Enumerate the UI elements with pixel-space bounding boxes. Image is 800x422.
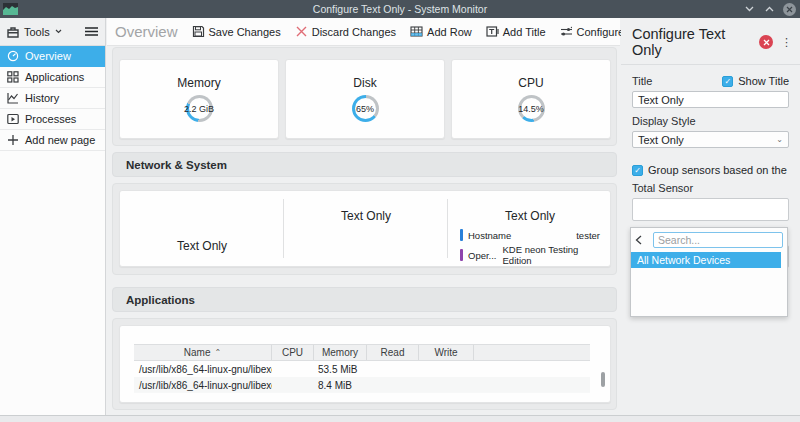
close-button[interactable]: [783, 3, 796, 16]
disk-card-title: Disk: [353, 76, 376, 90]
textonly-title: Text Only: [284, 209, 448, 223]
overflow-menu-icon[interactable]: ⋮: [781, 36, 792, 49]
total-sensor-input[interactable]: [632, 198, 789, 221]
memory-card-title: Memory: [177, 76, 220, 90]
titlebar: Configure Text Only - System Monitor: [0, 0, 800, 18]
plus-icon: [7, 134, 19, 146]
save-changes-button[interactable]: Save Changes: [192, 25, 281, 38]
column-header-cpu[interactable]: CPU: [272, 345, 314, 360]
toolbox-icon: [7, 26, 19, 38]
cpu-gauge: 14.5%: [518, 95, 545, 122]
panel-close-icon[interactable]: [759, 35, 773, 49]
page-title: Overview: [115, 23, 178, 40]
sidebar-item-label: Processes: [25, 113, 76, 125]
memory-gauge-value: 2.2 GiB: [184, 104, 214, 114]
memory-gauge: 2.2 GiB: [186, 95, 213, 122]
table-scrollbar[interactable]: [601, 372, 605, 387]
disk-card[interactable]: Disk 65%: [285, 59, 445, 139]
sort-ascending-icon: ⌃: [214, 348, 221, 357]
floppy-save-icon: [192, 25, 205, 38]
disk-gauge: 65%: [352, 95, 379, 122]
column-header-write[interactable]: Write: [419, 345, 474, 360]
applications-card[interactable]: Name ⌃ CPU Memory Read Write /usr/lib/x8…: [119, 325, 611, 403]
textonly-title: Text Only: [120, 239, 284, 253]
back-chevron-icon[interactable]: [635, 235, 653, 245]
display-style-select[interactable]: Text Only ⌄: [632, 131, 789, 148]
main-toolbar: Overview Save Changes Discard Changes Ad…: [107, 18, 620, 46]
column-header-read[interactable]: Read: [367, 345, 419, 360]
textonly-col1: Text Only: [120, 191, 284, 266]
speedometer-icon: [7, 50, 19, 62]
chevron-down-icon: ⌄: [776, 135, 783, 144]
section-header-applications[interactable]: Applications: [112, 287, 617, 312]
grid-icon: [7, 71, 19, 83]
red-x-icon: [295, 25, 308, 38]
group-sensors-label: Group sensors based on the value of the …: [648, 164, 789, 176]
config-panel: Configure Text Only ⋮ Title ✓ Show Title…: [621, 18, 800, 415]
column-header-memory[interactable]: Memory: [314, 345, 367, 360]
window-bottom-edge: [0, 415, 800, 422]
show-title-checkbox[interactable]: ✓: [722, 76, 733, 87]
list-item-all-network-devices[interactable]: All Network Devices: [631, 252, 781, 268]
table-row[interactable]: /usr/lib/x86_64-linux-gnu/libexec/... 53…: [134, 361, 590, 377]
sidebar: Tools Overview Applications History Proc…: [0, 18, 106, 415]
window-title: Configure Text Only - System Monitor: [0, 3, 800, 15]
tools-label: Tools: [24, 26, 50, 38]
minimize-button[interactable]: [743, 3, 756, 16]
sensor-row-hostname: Hostname tester: [460, 229, 600, 241]
sidebar-item-label: Applications: [25, 71, 84, 83]
line-chart-icon: [7, 92, 19, 104]
sidebar-item-history[interactable]: History: [0, 88, 105, 109]
panel-title: Configure Text Only: [632, 26, 759, 58]
maximize-button[interactable]: [763, 3, 776, 16]
cpu-gauge-value: 14.5%: [518, 104, 544, 114]
section-header-network-system[interactable]: Network & System: [112, 152, 617, 177]
textonly-col2: Text Only: [284, 191, 448, 266]
sidebar-item-label: Add new page: [25, 134, 95, 146]
processes-icon: [7, 113, 19, 125]
title-T-icon: [486, 25, 499, 38]
table-header-row[interactable]: Name ⌃ CPU Memory Read Write: [134, 344, 590, 361]
sidebar-item-applications[interactable]: Applications: [0, 67, 105, 88]
title-input[interactable]: Text Only: [632, 91, 789, 108]
cpu-card-title: CPU: [518, 76, 543, 90]
textonly-card[interactable]: Text Only Text Only Text Only Hostname t…: [119, 190, 611, 267]
display-style-label: Display Style: [632, 115, 696, 127]
hamburger-menu-icon[interactable]: [85, 27, 98, 36]
cpu-card[interactable]: CPU 14.5%: [451, 59, 611, 139]
process-table[interactable]: Name ⌃ CPU Memory Read Write /usr/lib/x8…: [134, 344, 590, 393]
sensor-picker-popup: Search... All Network Devices: [630, 227, 788, 317]
sidebar-item-processes[interactable]: Processes: [0, 109, 105, 130]
column-header-name[interactable]: Name ⌃: [134, 345, 272, 360]
sensor-color-bar: [460, 229, 463, 241]
panel-header: Configure Text Only ⋮: [621, 18, 800, 65]
sensor-search-input[interactable]: Search...: [653, 232, 783, 248]
sensor-color-bar: [460, 249, 463, 261]
tools-menu[interactable]: Tools: [0, 18, 105, 46]
textonly-col3: Text Only Hostname tester Oper... KDE ne…: [448, 191, 612, 266]
group-sensors-checkbox[interactable]: ✓: [632, 165, 643, 176]
search-placeholder: Search...: [658, 234, 700, 246]
main-content: Memory 2.2 GiB Disk 65% CPU 14.5% Networ…: [107, 46, 620, 415]
discard-changes-button[interactable]: Discard Changes: [295, 25, 396, 38]
sidebar-item-label: Overview: [25, 50, 71, 62]
chevron-down-icon: [55, 29, 62, 34]
total-sensor-label: Total Sensor: [632, 182, 693, 194]
memory-card[interactable]: Memory 2.2 GiB: [119, 59, 279, 139]
add-row-button[interactable]: Add Row: [410, 25, 472, 38]
disk-gauge-value: 65%: [356, 104, 374, 114]
sensor-row-operating-system: Oper... KDE neon Testing Edition: [460, 244, 600, 266]
add-title-button[interactable]: Add Title: [486, 25, 546, 38]
title-field-label: Title: [632, 75, 652, 87]
sidebar-item-overview[interactable]: Overview: [0, 46, 105, 67]
sliders-icon: [560, 25, 573, 38]
show-title-label: Show Title: [738, 75, 789, 87]
sidebar-item-add-new-page[interactable]: Add new page: [0, 130, 105, 151]
table-grid-icon: [410, 25, 423, 38]
sidebar-item-label: History: [25, 92, 59, 104]
textonly-title: Text Only: [460, 209, 600, 223]
